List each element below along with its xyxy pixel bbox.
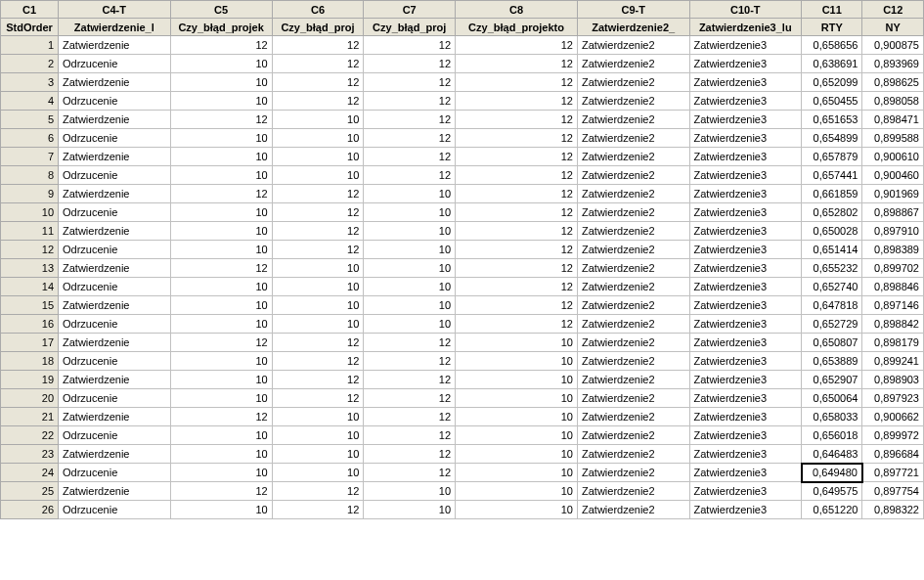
row-number[interactable]: 17 (1, 334, 59, 352)
cell-c6[interactable]: 10 (272, 148, 364, 166)
cell-c7[interactable]: 12 (364, 92, 456, 111)
cell-c8[interactable]: 12 (456, 111, 578, 129)
cell-zatw2[interactable]: Zatwierdzenie2 (577, 148, 689, 166)
cell-zatw[interactable]: Odrzucenie (59, 426, 171, 445)
cell-rty[interactable]: 0,652099 (802, 73, 862, 92)
cell-c7[interactable]: 12 (364, 148, 456, 166)
cell-c6[interactable]: 12 (272, 73, 364, 92)
cell-ny[interactable]: 0,897923 (862, 389, 924, 408)
cell-c5[interactable]: 10 (170, 241, 272, 259)
cell-c8[interactable]: 12 (456, 259, 578, 278)
col-c5[interactable]: C5 (170, 1, 272, 19)
cell-rty[interactable]: 0,638691 (802, 55, 862, 73)
cell-zatw[interactable]: Zatwierdzenie (59, 371, 171, 389)
cell-c8[interactable]: 12 (456, 166, 578, 185)
cell-zatw2[interactable]: Zatwierdzenie2 (577, 334, 689, 352)
cell-ny[interactable]: 0,898058 (862, 92, 924, 111)
col-c6[interactable]: C6 (272, 1, 364, 19)
cell-zatw[interactable]: Zatwierdzenie (59, 296, 171, 315)
cell-c5[interactable]: 10 (170, 148, 272, 166)
row-number[interactable]: 3 (1, 73, 59, 92)
cell-c6[interactable]: 10 (272, 426, 364, 445)
cell-c7[interactable]: 10 (364, 296, 456, 315)
row-number[interactable]: 24 (1, 464, 59, 482)
hdr-czy1[interactable]: Czy_błąd_projek (170, 19, 272, 36)
cell-c7[interactable]: 12 (364, 166, 456, 185)
row-number[interactable]: 5 (1, 111, 59, 129)
cell-ny[interactable]: 0,897754 (862, 482, 924, 501)
row-number[interactable]: 25 (1, 482, 59, 501)
hdr-czy3[interactable]: Czy_błąd_proj (364, 19, 456, 36)
cell-ny[interactable]: 0,899702 (862, 259, 924, 278)
cell-rty[interactable]: 0,649575 (802, 482, 862, 501)
col-c7[interactable]: C7 (364, 1, 456, 19)
cell-c8[interactable]: 10 (456, 501, 578, 519)
cell-zatw2[interactable]: Zatwierdzenie2 (577, 445, 689, 464)
cell-ny[interactable]: 0,899241 (862, 352, 924, 371)
cell-zatw[interactable]: Odrzucenie (59, 501, 171, 519)
cell-c8[interactable]: 10 (456, 334, 578, 352)
hdr-rty[interactable]: RTY (802, 19, 862, 36)
cell-zatw2[interactable]: Zatwierdzenie2 (577, 129, 689, 148)
cell-c7[interactable]: 10 (364, 501, 456, 519)
cell-c6[interactable]: 12 (272, 203, 364, 222)
cell-c8[interactable]: 12 (456, 148, 578, 166)
row-number[interactable]: 20 (1, 389, 59, 408)
col-c10t[interactable]: C10-T (689, 1, 802, 19)
cell-c6[interactable]: 10 (272, 111, 364, 129)
cell-c7[interactable]: 10 (364, 203, 456, 222)
cell-zatw[interactable]: Odrzucenie (59, 129, 171, 148)
cell-ny[interactable]: 0,900460 (862, 166, 924, 185)
cell-c6[interactable]: 12 (272, 185, 364, 203)
cell-c8[interactable]: 10 (456, 464, 578, 482)
cell-c7[interactable]: 12 (364, 426, 456, 445)
cell-rty[interactable]: 0,650064 (802, 389, 862, 408)
cell-c5[interactable]: 12 (170, 408, 272, 426)
cell-zatw2[interactable]: Zatwierdzenie2 (577, 501, 689, 519)
cell-c5[interactable]: 12 (170, 259, 272, 278)
cell-zatw[interactable]: Odrzucenie (59, 278, 171, 296)
cell-rty[interactable]: 0,646483 (802, 445, 862, 464)
cell-ny[interactable]: 0,897721 (862, 464, 924, 482)
cell-rty[interactable]: 0,654899 (802, 129, 862, 148)
cell-rty[interactable]: 0,657441 (802, 166, 862, 185)
data-grid[interactable]: C1 C4-T C5 C6 C7 C8 C9-T C10-T C11 C12 S… (0, 0, 924, 580)
cell-zatw3[interactable]: Zatwierdzenie3 (689, 36, 802, 55)
row-number[interactable]: 12 (1, 241, 59, 259)
cell-zatw2[interactable]: Zatwierdzenie2 (577, 315, 689, 334)
cell-c7[interactable]: 12 (364, 371, 456, 389)
cell-zatw3[interactable]: Zatwierdzenie3 (689, 426, 802, 445)
row-number[interactable]: 22 (1, 426, 59, 445)
cell-c6[interactable]: 12 (272, 482, 364, 501)
cell-c8[interactable]: 12 (456, 36, 578, 55)
cell-c6[interactable]: 12 (272, 389, 364, 408)
cell-c7[interactable]: 10 (364, 185, 456, 203)
cell-rty[interactable]: 0,657879 (802, 148, 862, 166)
cell-c7[interactable]: 10 (364, 241, 456, 259)
cell-zatw[interactable]: Zatwierdzenie (59, 408, 171, 426)
cell-zatw2[interactable]: Zatwierdzenie2 (577, 482, 689, 501)
cell-ny[interactable]: 0,893969 (862, 55, 924, 73)
cell-zatw[interactable]: Odrzucenie (59, 166, 171, 185)
cell-c7[interactable]: 10 (364, 222, 456, 241)
cell-c5[interactable]: 10 (170, 464, 272, 482)
cell-zatw3[interactable]: Zatwierdzenie3 (689, 73, 802, 92)
cell-rty[interactable]: 0,652907 (802, 371, 862, 389)
cell-c7[interactable]: 12 (364, 445, 456, 464)
cell-rty[interactable]: 0,661859 (802, 185, 862, 203)
cell-rty[interactable]: 0,658033 (802, 408, 862, 426)
cell-zatw3[interactable]: Zatwierdzenie3 (689, 166, 802, 185)
cell-zatw3[interactable]: Zatwierdzenie3 (689, 148, 802, 166)
cell-zatw2[interactable]: Zatwierdzenie2 (577, 278, 689, 296)
cell-ny[interactable]: 0,897146 (862, 296, 924, 315)
cell-rty[interactable]: 0,650807 (802, 334, 862, 352)
cell-c7[interactable]: 12 (364, 334, 456, 352)
col-c12[interactable]: C12 (862, 1, 924, 19)
cell-c5[interactable]: 10 (170, 92, 272, 111)
cell-c6[interactable]: 10 (272, 408, 364, 426)
cell-ny[interactable]: 0,900610 (862, 148, 924, 166)
hdr-czy4[interactable]: Czy_błąd_projekto (456, 19, 578, 36)
cell-c6[interactable]: 12 (272, 222, 364, 241)
cell-zatw3[interactable]: Zatwierdzenie3 (689, 296, 802, 315)
row-number[interactable]: 14 (1, 278, 59, 296)
